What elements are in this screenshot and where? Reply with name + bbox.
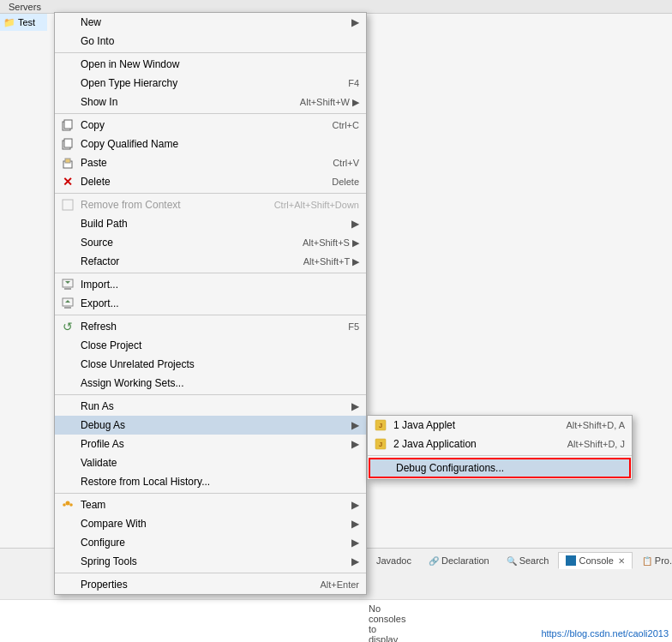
menu-item-restore-history[interactable]: Restore from Local History... [55, 472, 366, 491]
svg-rect-6 [63, 200, 73, 210]
no-console-text: No consoles to display at this time. [369, 603, 405, 642]
watermark-text: https://blog.csdn.net/caoli2013 [541, 628, 669, 639]
import-label: Import... [81, 279, 118, 291]
tab-declaration[interactable]: 🔗 Declaration [421, 552, 497, 569]
debug-configurations-label: Debug Configurations... [396, 462, 504, 474]
configure-arrow: ▶ [351, 537, 359, 549]
menu-item-assign-working-sets[interactable]: Assign Working Sets... [55, 374, 366, 393]
show-in-shortcut: Alt+Shift+W ▶ [283, 97, 359, 108]
refresh-icon: ↺ [60, 320, 75, 333]
separator-3 [55, 193, 366, 194]
menu-item-run-as[interactable]: Run As ▶ [55, 397, 366, 416]
assign-working-sets-label: Assign Working Sets... [81, 377, 184, 389]
delete-label: Delete [81, 176, 111, 188]
menu-item-source[interactable]: Source Alt+Shift+S ▶ [55, 233, 366, 252]
spring-tools-arrow: ▶ [351, 555, 359, 567]
run-as-arrow: ▶ [351, 400, 359, 412]
svg-marker-8 [65, 281, 70, 284]
build-path-label: Build Path [81, 218, 128, 230]
source-shortcut: Alt+Shift+S ▶ [285, 237, 359, 249]
menu-item-build-path[interactable]: Build Path ▶ [55, 214, 366, 233]
java-application-icon: J [373, 437, 388, 451]
java-applet-label: 1 Java Applet [393, 419, 455, 431]
menu-item-team[interactable]: Team ▶ [55, 495, 366, 514]
servers-label: Servers [9, 2, 41, 12]
menu-item-close-unrelated[interactable]: Close Unrelated Projects [55, 355, 366, 374]
debug-as-label: Debug As [81, 419, 125, 431]
java-applet-icon: J [373, 418, 388, 432]
export-icon [60, 297, 75, 310]
menu-item-delete[interactable]: ✕ Delete Delete [55, 172, 366, 191]
tab-javadoc[interactable]: Javadoc [369, 552, 419, 569]
menu-item-open-new-window[interactable]: Open in New Window [55, 55, 366, 74]
problems-icon: 📋 [642, 556, 652, 566]
paste-icon [60, 156, 75, 170]
menu-item-compare-with[interactable]: Compare With ▶ [55, 514, 366, 533]
copy-qualified-icon [60, 137, 75, 151]
refresh-label: Refresh [81, 321, 117, 333]
delete-shortcut: Delete [315, 177, 359, 187]
copy-qualified-label: Copy Qualified Name [81, 138, 178, 150]
go-into-label: Go Into [81, 35, 114, 47]
properties-label: Properties [81, 579, 128, 591]
copy-label: Copy [81, 119, 105, 131]
tab-search[interactable]: 🔍 Search [499, 552, 557, 569]
javadoc-label: Javadoc [376, 555, 411, 566]
menu-item-remove-context[interactable]: Remove from Context Ctrl+Alt+Shift+Down [55, 195, 366, 214]
menu-item-spring-tools[interactable]: Spring Tools ▶ [55, 552, 366, 571]
build-path-arrow: ▶ [351, 218, 359, 230]
menu-item-close-project[interactable]: Close Project [55, 336, 366, 355]
console-icon [566, 555, 576, 566]
submenu-java-applet[interactable]: J 1 Java Applet Alt+Shift+D, A [368, 416, 632, 435]
menu-item-properties[interactable]: Properties Alt+Enter [55, 575, 366, 594]
source-label: Source [81, 237, 113, 249]
submenu-java-application[interactable]: J 2 Java Application Alt+Shift+D, J [368, 435, 632, 453]
show-in-label: Show In [81, 96, 117, 108]
menu-item-go-into[interactable]: Go Into [55, 32, 366, 51]
svg-point-15 [69, 503, 73, 507]
svg-rect-5 [65, 159, 70, 163]
tab-problems[interactable]: 📋 Pro... [634, 552, 672, 569]
menu-item-refactor[interactable]: Refactor Alt+Shift+T ▶ [55, 252, 366, 271]
menu-item-import[interactable]: Import... [55, 275, 366, 294]
menu-item-copy[interactable]: Copy Ctrl+C [55, 116, 366, 135]
svg-rect-3 [64, 139, 72, 147]
refactor-shortcut: Alt+Shift+T ▶ [286, 256, 359, 267]
paste-label: Paste [81, 157, 107, 169]
separator-1 [55, 52, 366, 53]
console-close-icon[interactable]: ✕ [618, 556, 625, 566]
declaration-icon: 🔗 [429, 556, 439, 566]
open-new-window-label: Open in New Window [81, 58, 179, 70]
menu-item-paste[interactable]: Paste Ctrl+V [55, 153, 366, 172]
refactor-label: Refactor [81, 255, 119, 267]
menu-item-profile-as[interactable]: Profile As ▶ [55, 435, 366, 453]
submenu-debug-configurations[interactable]: Debug Configurations... [369, 458, 631, 478]
new-label: New [81, 16, 101, 28]
menu-item-open-type-hierarchy[interactable]: Open Type Hierarchy F4 [55, 74, 366, 93]
submenu-debug-as: J 1 Java Applet Alt+Shift+D, A J 2 Java … [367, 415, 633, 480]
separator-5 [55, 315, 366, 315]
svg-point-14 [63, 503, 66, 507]
declaration-label: Declaration [441, 555, 489, 566]
menu-item-copy-qualified[interactable]: Copy Qualified Name [55, 135, 366, 153]
copy-shortcut: Ctrl+C [315, 120, 359, 130]
spring-tools-label: Spring Tools [81, 555, 137, 567]
menu-item-validate[interactable]: Validate [55, 453, 366, 472]
team-icon [60, 498, 75, 512]
menu-item-debug-as[interactable]: Debug As ▶ [55, 416, 366, 435]
menu-item-refresh[interactable]: ↺ Refresh F5 [55, 317, 366, 336]
java-application-shortcut: Alt+Shift+D, J [567, 439, 625, 449]
test-label: Test [18, 17, 35, 27]
menu-item-configure[interactable]: Configure ▶ [55, 533, 366, 552]
search-label: Search [519, 555, 549, 566]
tab-console[interactable]: Console ✕ [558, 552, 632, 569]
java-applet-shortcut: Alt+Shift+D, A [567, 420, 625, 430]
svg-marker-11 [65, 300, 70, 303]
menu-item-export[interactable]: Export... [55, 294, 366, 313]
svg-rect-1 [64, 120, 72, 129]
svg-text:J: J [379, 441, 382, 448]
menu-item-show-in[interactable]: Show In Alt+Shift+W ▶ [55, 93, 366, 111]
test-item[interactable]: 📁 Test [0, 14, 47, 31]
remove-context-shortcut: Ctrl+Alt+Shift+Down [257, 200, 359, 210]
menu-item-new[interactable]: New ▶ [55, 13, 366, 32]
